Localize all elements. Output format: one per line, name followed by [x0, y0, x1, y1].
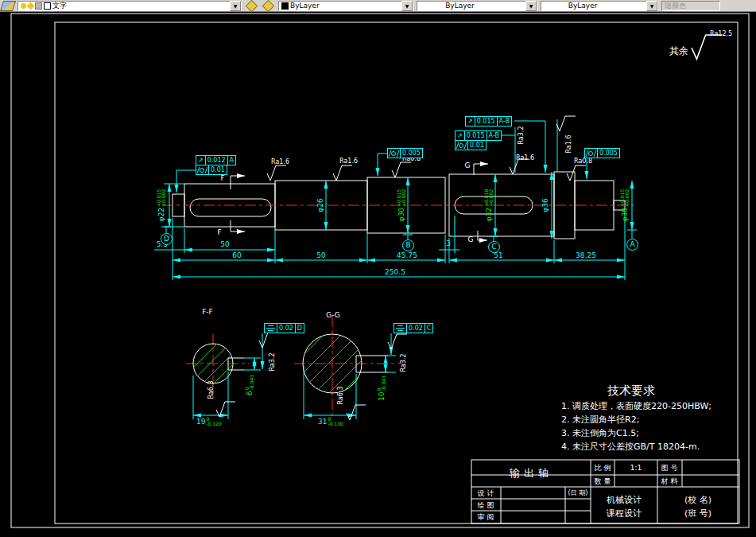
dim-dia-30a: φ30+0.015+0.002	[397, 189, 406, 222]
class-no: (班 号)	[684, 509, 711, 518]
color-value: ByLayer	[290, 2, 320, 10]
dim-dia-36: φ36	[542, 198, 549, 212]
section-letter-f-top: F	[220, 175, 224, 182]
dim-ff-key: 60-0.043	[245, 375, 254, 395]
ra-label: Ra1.6	[339, 158, 358, 165]
school-name: (校 名)	[684, 496, 711, 504]
cylindricity-icon	[197, 167, 208, 173]
tech-item: 2. 未注圆角半径R2;	[561, 415, 639, 424]
color-select[interactable]: ByLayer ▼	[278, 1, 413, 11]
layer-previous-icon[interactable]	[262, 0, 275, 12]
dim-label: 60	[232, 252, 241, 259]
color-dropdown-arrow[interactable]: ▼	[401, 1, 413, 11]
tech-item: 1. 调质处理，表面硬度220-250HBW;	[561, 402, 711, 411]
section-letter-f-bottom: F	[217, 229, 221, 236]
dim-label: 50	[316, 252, 325, 259]
ra-label-vertical: Ra3.2	[401, 353, 407, 372]
ra-label-vertical: Ra1.6	[566, 134, 572, 153]
linetype-value: ByLayer	[445, 2, 475, 10]
drawing-no-label: 图 号	[661, 465, 678, 472]
section-letter-g-bottom: G	[468, 236, 474, 243]
object-properties-toolbar: 文字 ▼ ByLayer ▼ ByLayer ▼ ByLayer ▼ 随颜色	[0, 0, 756, 12]
surface-note-ra: Ra12.5	[710, 31, 732, 37]
layer-color-chip	[44, 2, 51, 10]
lineweight-value: ByLayer	[568, 2, 598, 10]
dim-label: 3	[446, 240, 451, 247]
view-title-ff: F-F	[202, 309, 213, 316]
design-label: 设 计	[478, 490, 494, 497]
fcf-symmetry-ff: 0.02 D	[264, 323, 304, 333]
datum-b: B	[402, 239, 414, 251]
symmetry-icon	[266, 325, 275, 332]
tech-item: 4. 未注尺寸公差按GB/T 18204-m.	[561, 442, 700, 451]
fcf-cylindricity-left: 0.01	[196, 165, 227, 175]
fcf-cylindricity-mid2: 0.01	[455, 140, 487, 150]
color-chip	[281, 2, 289, 10]
symmetry-icon	[396, 325, 405, 332]
dim-label: 50	[220, 241, 229, 248]
datum-d: D	[161, 233, 173, 245]
cad-application-window: 文字 ▼ ByLayer ▼ ByLayer ▼ ByLayer ▼ 随颜色	[0, 0, 756, 537]
linetype-dropdown-arrow[interactable]: ▼	[525, 1, 537, 11]
course-line2: 课程设计	[607, 509, 642, 518]
ra-label-vertical: Ra6.3	[208, 380, 215, 399]
section-letter-g-top: G	[465, 162, 471, 169]
dim-dia-32: φ32+0.018+0.002	[484, 189, 494, 222]
layer-thaw-icon[interactable]	[27, 2, 35, 10]
cylindricity-icon	[456, 142, 467, 149]
surface-note-prefix: 其余	[669, 46, 688, 56]
tech-title: 技术要求	[607, 385, 655, 397]
dim-label: 38.25	[576, 252, 596, 259]
fcf-cylindricity-mid: 0.005	[387, 148, 423, 158]
section-view-ff	[167, 318, 261, 419]
scale-value: 1:1	[630, 465, 642, 472]
datum-c: C	[488, 241, 500, 253]
ra-label: Ra1.6	[516, 155, 534, 161]
qty-label: 数 量	[595, 478, 611, 485]
drawing-canvas	[0, 0, 756, 537]
dim-dia-22: φ22+0.015+0.002	[157, 189, 166, 222]
datum-a: A	[626, 239, 638, 251]
ra-label-vertical: Ra3.2	[518, 126, 525, 144]
fcf-symmetry-gg: 0.02 C	[394, 323, 433, 333]
ra-label: Ra1.6	[271, 159, 289, 165]
ra-label-vertical: Ra3.2	[269, 352, 276, 371]
cylindricity-icon	[389, 150, 400, 157]
review-label: 审 阅	[478, 514, 494, 521]
dim-label: 250.5	[385, 269, 405, 276]
centerlines	[162, 205, 638, 417]
runout-icon: ↗	[457, 131, 463, 140]
draw-label: 绘 图	[478, 502, 494, 509]
layer-properties-icon[interactable]	[0, 1, 16, 11]
cylindricity-icon	[586, 150, 597, 157]
dim-gg-key: 100-0.043	[377, 376, 386, 401]
dim-ff-width: 190-0.120	[196, 417, 222, 426]
dim-gg-width: 310-0.130	[318, 417, 343, 426]
dim-label: 45.75	[397, 252, 417, 259]
course-line1: 机械设计	[607, 496, 642, 504]
fcf-runout-top: ↗ 0.015 A-B	[465, 116, 512, 126]
tech-item: 3. 未注倒角为C1.5;	[561, 429, 639, 438]
plotstyle-select: 随颜色	[661, 1, 720, 11]
layer-name: 文字	[52, 1, 67, 11]
linetype-select[interactable]: ByLayer ▼	[417, 1, 537, 11]
layer-plot-icon[interactable]	[35, 2, 42, 10]
ra-label: Ra0.8	[574, 158, 592, 165]
plotstyle-value: 随颜色	[665, 1, 686, 11]
fcf-cylindricity-right: 0.005	[584, 148, 620, 158]
ra-label-vertical: Ra6.3	[338, 386, 344, 404]
layer-dropdown-arrow[interactable]: ▼	[230, 1, 241, 11]
roughness-symbols	[216, 35, 722, 420]
runout-icon: ↗	[198, 156, 204, 165]
material-label: 材 料	[661, 478, 678, 485]
lineweight-select[interactable]: ByLayer ▼	[541, 1, 658, 11]
lineweight-dropdown-arrow[interactable]: ▼	[646, 1, 657, 11]
layer-on-icon[interactable]	[21, 3, 26, 9]
layer-select[interactable]: 文字 ▼	[17, 1, 242, 11]
dim-dia-30b: φ30+0.015+0.002	[620, 189, 630, 222]
view-title-gg: G-G	[326, 312, 340, 319]
dim-dia-26: φ26	[317, 198, 324, 212]
scale-label: 比 例	[595, 465, 611, 472]
part-name: 输出轴	[510, 468, 552, 478]
make-layer-current-icon[interactable]	[246, 0, 258, 12]
